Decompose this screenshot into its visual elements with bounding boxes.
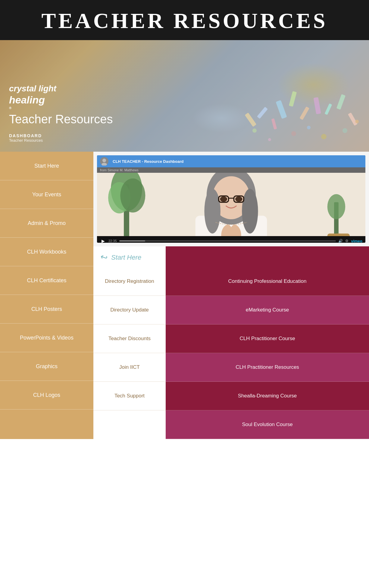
middle-column: Directory Registration Directory Update … xyxy=(93,267,166,439)
sidebar-item-clh-workbooks[interactable]: CLH Workbooks xyxy=(0,238,93,266)
svg-point-39 xyxy=(220,196,227,202)
right-item-clh-practitioner-resources[interactable]: CLH Practitioner Resources xyxy=(166,353,369,382)
sidebar-item-your-events[interactable]: Your Events xyxy=(0,180,93,209)
progress-fill xyxy=(119,240,145,242)
video-thumbnail[interactable] xyxy=(97,173,365,236)
page-title: TEACHER RESOURCES xyxy=(0,8,369,33)
vimeo-logo: vimeo xyxy=(351,239,362,243)
settings-icon[interactable]: ⚙ xyxy=(345,239,349,243)
video-time: 22:35 xyxy=(108,239,117,243)
sidebar-item-graphics[interactable]: Graphics xyxy=(0,352,93,381)
mid-right-columns: Directory Registration Directory Update … xyxy=(93,267,369,439)
play-button[interactable]: ▶ xyxy=(100,238,106,243)
svg-point-25 xyxy=(120,179,145,213)
right-item-cpe[interactable]: Continuing Professional Education xyxy=(166,267,369,296)
sidebar-item-clh-certificates[interactable]: CLH Certificates xyxy=(0,266,93,295)
lower-area: ↩ Start Here Directory Registration Dire… xyxy=(93,246,369,439)
video-controls: ▶ 22:35 🔊 ⚙ vimeo xyxy=(97,236,365,243)
video-container: CLH TEACHER - Resource Dashboard from Si… xyxy=(97,155,365,243)
video-title: CLH TEACHER - Resource Dashboard xyxy=(111,159,185,164)
video-avatar-icon xyxy=(100,157,108,166)
sidebar-item-clh-logos[interactable]: CLH Logos xyxy=(0,381,93,409)
right-item-shealla[interactable]: Shealla-Dreaming Course xyxy=(166,382,369,410)
svg-point-11 xyxy=(307,126,311,129)
video-bg xyxy=(97,173,365,236)
right-column: Continuing Professional Education eMarke… xyxy=(166,267,369,439)
logo-line2: healing xyxy=(9,94,369,106)
hero-section: crystal light healing ® Teacher Resource… xyxy=(0,40,369,152)
start-here-label: Start Here xyxy=(111,254,141,261)
right-item-emarketing[interactable]: eMarketing Course xyxy=(166,296,369,324)
breadcrumb-main: DASHBOARD xyxy=(9,133,369,138)
middle-item-tech-support[interactable]: Tech Support xyxy=(93,382,166,410)
sidebar-item-admin-promo[interactable]: Admin & Promo xyxy=(0,209,93,238)
breadcrumb-sub: Teacher Resources xyxy=(9,138,369,143)
right-item-clh-practitioner[interactable]: CLH Practitioner Course xyxy=(166,324,369,353)
start-here-area: ↩ Start Here xyxy=(93,246,166,267)
progress-bar[interactable] xyxy=(119,240,336,242)
right-area: CLH TEACHER - Resource Dashboard from Si… xyxy=(93,152,369,439)
sidebar: Start Here Your Events Admin & Promo CLH… xyxy=(0,152,93,439)
svg-point-18 xyxy=(102,159,106,162)
svg-point-35 xyxy=(242,189,258,234)
middle-item-join-iict[interactable]: Join IICT xyxy=(93,353,166,382)
header: TEACHER RESOURCES xyxy=(0,0,369,40)
video-section: CLH TEACHER - Resource Dashboard from Si… xyxy=(93,152,369,246)
start-arrow-icon: ↩ xyxy=(99,251,109,263)
logo-line1: crystal light xyxy=(9,84,369,94)
hero-logo: crystal light healing ® xyxy=(9,84,369,110)
columns-area: ↩ Start Here Directory Registration Dire… xyxy=(93,246,369,439)
svg-point-27 xyxy=(327,194,345,219)
middle-item-directory-reg[interactable]: Directory Registration xyxy=(93,267,166,296)
video-subtitle: from Simone M. Matthews xyxy=(97,167,365,173)
svg-point-40 xyxy=(235,196,242,202)
video-title-bar: CLH TEACHER - Resource Dashboard xyxy=(97,155,365,167)
cpe-placeholder xyxy=(166,246,369,267)
svg-rect-29 xyxy=(327,234,350,236)
svg-point-15 xyxy=(342,128,347,133)
sidebar-item-powerpoints-videos[interactable]: PowerPoints & Videos xyxy=(0,324,93,352)
volume-icon[interactable]: 🔊 xyxy=(338,239,343,243)
svg-point-34 xyxy=(204,189,220,234)
start-here-row: ↩ Start Here xyxy=(93,246,369,267)
hero-title: Teacher Resources xyxy=(9,112,369,126)
middle-item-teacher-discounts[interactable]: Teacher Discounts xyxy=(93,324,166,353)
sidebar-item-clh-posters[interactable]: CLH Posters xyxy=(0,295,93,324)
main-content: Start Here Your Events Admin & Promo CLH… xyxy=(0,152,369,439)
svg-point-13 xyxy=(252,128,257,133)
hero-breadcrumb: DASHBOARD Teacher Resources xyxy=(9,133,369,143)
right-item-soul-evolution[interactable]: Soul Evolution Course xyxy=(166,410,369,439)
sidebar-item-start-here[interactable]: Start Here xyxy=(0,152,93,180)
middle-item-directory-update[interactable]: Directory Update xyxy=(93,296,166,324)
